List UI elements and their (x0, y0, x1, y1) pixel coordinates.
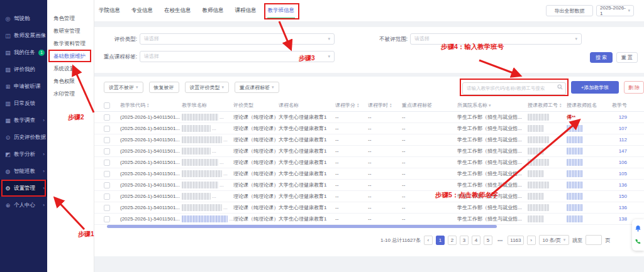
course-credit-cell: -- (335, 171, 368, 177)
tab-item[interactable]: 学院信息 (99, 7, 120, 14)
task-count-badge: 1 (38, 50, 45, 56)
row-checkbox[interactable] (104, 148, 110, 155)
term-select[interactable]: 2025-2026-1 ▾ (596, 5, 634, 16)
page-button[interactable]: 3 (460, 236, 469, 245)
student-count-link[interactable]: 106 (619, 160, 627, 165)
toolbar-button[interactable]: 恢复被评 (149, 82, 179, 93)
class-code: (2025-2026-1)-54011501... (120, 126, 180, 131)
row-checkbox[interactable] (104, 114, 110, 121)
sort-icon[interactable]: ▲▼ (559, 103, 562, 108)
not-eval-scope-placeholder: 请选择 (414, 34, 430, 44)
tab-item[interactable]: 在校生信息 (164, 7, 191, 14)
prev-page-button[interactable]: ‹ (424, 236, 433, 245)
class-name-ellipsis: ... (212, 193, 216, 199)
filter-caret-icon[interactable]: ▾ (489, 103, 491, 108)
submenu-item[interactable]: 基础数据维护 (47, 50, 94, 62)
submenu-item[interactable]: 角色权限 (47, 75, 94, 87)
toolbar-button[interactable]: 设置不被评▾ (104, 82, 143, 93)
sidebar-item-survey[interactable]: ▦教学调查› (0, 112, 47, 129)
student-count-link[interactable]: 138 (619, 216, 627, 222)
course-credit-cell: -- (335, 160, 368, 165)
select-all-checkbox[interactable] (104, 102, 110, 109)
page-button[interactable]: 2 (448, 236, 457, 245)
page-size-select[interactable]: 10 条/页▾ (539, 235, 570, 245)
horizontal-scrollbar-thumb[interactable] (107, 225, 497, 228)
submenu-item[interactable]: 系统设置 (47, 62, 94, 75)
masked-teacher-name[interactable] (567, 148, 583, 155)
row-checkbox[interactable] (104, 182, 110, 188)
add-teaching-class-button[interactable]: +添加教学班 (571, 81, 619, 94)
sidebar-item-apply-observed[interactable]: ⊞申请被听课 (0, 78, 47, 95)
submenu-item[interactable]: 角色管理 (47, 12, 94, 24)
sidebar-item-daily-feedback[interactable]: ▥日常反馈 (0, 95, 47, 112)
sidebar-item-user-center[interactable]: ⊕个人中心› (0, 197, 47, 214)
masked-teacher-name[interactable] (567, 204, 583, 211)
toolbar-button[interactable]: 重点课程标签▾ (235, 82, 279, 93)
masked-teacher-name[interactable] (567, 193, 583, 200)
student-count-link[interactable]: 147 (619, 148, 627, 154)
page-button[interactable]: 1 (436, 236, 445, 245)
page-button[interactable]: 1163 (508, 236, 523, 245)
student-count-link[interactable]: 112 (619, 137, 627, 143)
masked-teacher-id (528, 114, 549, 121)
student-count-link[interactable]: 136 (619, 205, 627, 210)
delete-button[interactable]: 删 除 (624, 81, 644, 94)
student-count-link[interactable]: 136 (619, 182, 627, 188)
sidebar-item-evaluate-me[interactable]: ▨评价我的 (0, 61, 47, 78)
term-value: 2025-2026-1 (600, 5, 628, 16)
phone-icon[interactable] (635, 238, 641, 245)
masked-class-name (182, 215, 228, 222)
sidebar-item-dashboard[interactable]: ◎驾驶舱 (0, 10, 47, 27)
course-hours-cell: -- (368, 182, 402, 188)
reset-button[interactable]: 重 置 (616, 52, 638, 63)
eval-type-select[interactable]: 请选择 ▾ (140, 33, 335, 45)
class-code: (2025-2026-1)-54011501... (120, 137, 180, 143)
row-checkbox[interactable] (104, 216, 110, 222)
next-page-button[interactable]: › (527, 236, 536, 245)
tab-active[interactable]: 教学班信息 (268, 7, 295, 14)
sidebar-item-teacher-portrait[interactable]: ◫教师发展画像 (0, 27, 47, 44)
sidebar-item-settings-gear[interactable]: ⚙设置管理› (0, 180, 47, 197)
student-count-link[interactable]: 105 (619, 171, 627, 177)
submenu-item[interactable]: 水印管理 (47, 87, 94, 100)
survey-icon: ▦ (4, 117, 11, 124)
teacher-name-link[interactable]: 傅** (567, 114, 575, 121)
toolbar-button[interactable]: 设置评价类型▾ (185, 82, 230, 93)
row-checkbox[interactable] (104, 160, 110, 166)
submenu-item[interactable]: 教研室管理 (47, 24, 94, 37)
row-checkbox[interactable] (104, 137, 110, 143)
row-checkbox[interactable] (104, 171, 110, 177)
masked-teacher-name[interactable] (567, 136, 583, 143)
search-button[interactable]: 搜 索 (590, 52, 613, 63)
sidebar-item-smart-patrol[interactable]: ◍智能巡教› (0, 163, 47, 180)
bell-icon[interactable] (635, 225, 641, 232)
masked-teacher-name[interactable] (567, 159, 583, 166)
export-all-button[interactable]: 导出全部数据 (546, 5, 593, 16)
student-count-link[interactable]: 107 (619, 126, 627, 131)
tab-item[interactable]: 专业信息 (131, 7, 153, 14)
tab-item[interactable]: 课程信息 (235, 7, 257, 14)
jump-page-input[interactable] (586, 235, 602, 245)
masked-teacher-name[interactable] (567, 182, 583, 188)
sort-icon[interactable]: ▲▼ (147, 103, 149, 108)
row-checkbox[interactable] (104, 193, 110, 200)
page-button[interactable]: 5 (484, 236, 492, 245)
sidebar-item-tasks[interactable]: ▤我的任务1 (0, 44, 47, 61)
sort-icon[interactable]: ▲▼ (357, 103, 359, 108)
masked-teacher-name[interactable] (567, 170, 583, 177)
class-code-cell: (2025-2026-1)-54011501... (120, 216, 182, 222)
student-count-link[interactable]: 129 (619, 114, 627, 120)
masked-teacher-name[interactable] (567, 215, 583, 222)
masked-teacher-name[interactable] (567, 125, 583, 132)
sidebar-item-analysis[interactable]: ◩教学分析› (0, 146, 47, 163)
key-course-tag-cell: -- (402, 137, 457, 143)
submenu-item[interactable]: 教学资料管理 (47, 37, 94, 50)
sidebar-item-history-data[interactable]: ⊙历史评价数据 (0, 129, 47, 146)
student-count-link[interactable]: 150 (619, 193, 627, 199)
row-checkbox[interactable] (104, 205, 110, 211)
row-checkbox[interactable] (104, 126, 110, 132)
tab-item[interactable]: 教师信息 (203, 7, 224, 14)
sort-icon[interactable]: ▲▼ (389, 103, 392, 108)
class-search-input[interactable] (462, 82, 566, 95)
page-button[interactable]: 4 (472, 236, 480, 245)
